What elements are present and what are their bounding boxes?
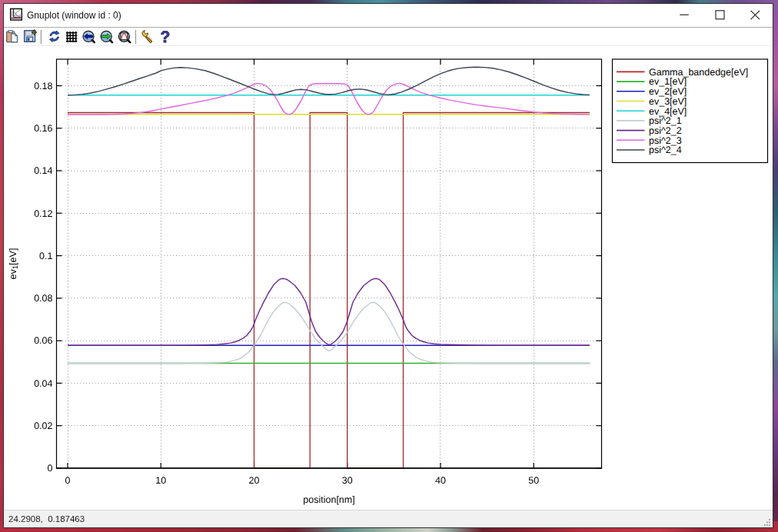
svg-text:20: 20 xyxy=(249,475,260,486)
svg-text:10: 10 xyxy=(155,475,166,486)
svg-text:?: ? xyxy=(161,28,171,46)
svg-text:0.1: 0.1 xyxy=(39,251,52,261)
svg-text:0.02: 0.02 xyxy=(34,421,52,431)
svg-text:40: 40 xyxy=(435,475,446,486)
svg-text:ev1[eV]: ev1[eV] xyxy=(8,248,20,280)
svg-text:0: 0 xyxy=(48,463,53,474)
svg-text:position[nm]: position[nm] xyxy=(303,494,354,505)
svg-text:0.04: 0.04 xyxy=(34,378,52,389)
svg-text:0.06: 0.06 xyxy=(34,335,52,346)
svg-text:psi^2_4: psi^2_4 xyxy=(649,145,682,155)
svg-text:30: 30 xyxy=(342,475,353,486)
svg-text:0.14: 0.14 xyxy=(34,165,52,176)
svg-text:0.08: 0.08 xyxy=(34,293,52,304)
svg-text:50: 50 xyxy=(528,475,539,486)
svg-text:0.12: 0.12 xyxy=(34,208,52,219)
svg-text:0.18: 0.18 xyxy=(34,81,52,91)
svg-text:0.16: 0.16 xyxy=(34,123,52,134)
svg-text:0: 0 xyxy=(65,475,71,486)
